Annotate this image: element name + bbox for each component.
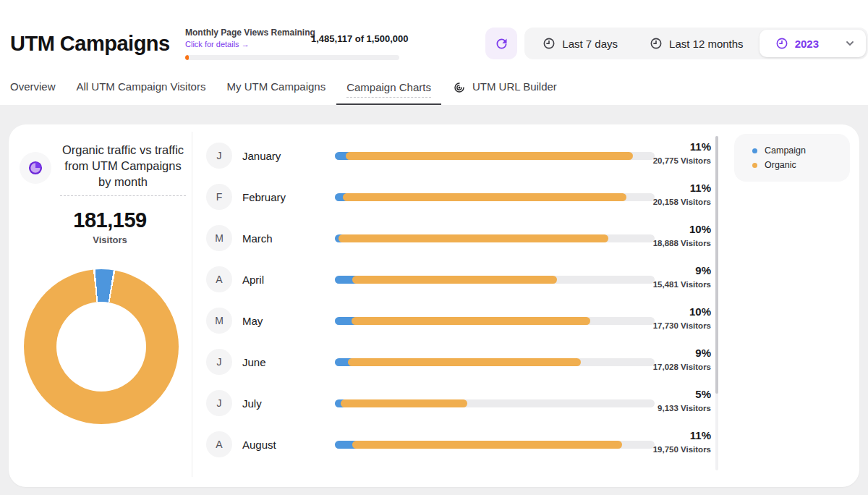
donut-chart-title: Organic traffic vs traffic from UTM Camp…: [60, 142, 186, 196]
month-label: May: [242, 300, 263, 342]
bar-track: [335, 358, 655, 366]
month-avatar-letter: J: [217, 150, 222, 161]
month-label: July: [242, 383, 262, 424]
month-avatar: J: [206, 349, 232, 375]
month-avatar: A: [206, 431, 232, 457]
month-visitors: 9,133 Visitors: [617, 402, 711, 414]
month-visitors: 20,158 Visitors: [617, 196, 711, 208]
month-avatar: F: [206, 184, 232, 210]
month-avatar-letter: J: [217, 356, 222, 368]
usage-value: 1,485,117 of 1,500,000: [311, 33, 456, 44]
pie-chart-icon: [20, 152, 51, 184]
tab-overview[interactable]: Overview: [10, 69, 56, 105]
month-row[interactable]: F February 11% 20,158 Visitors: [205, 177, 711, 218]
month-avatar-letter: M: [215, 315, 224, 326]
month-avatar-letter: A: [216, 439, 222, 450]
legend-label: Campaign: [765, 145, 806, 156]
legend-item[interactable]: Campaign: [752, 143, 850, 158]
page-title: UTM Campaigns: [10, 32, 170, 56]
bar-track: [335, 234, 655, 242]
month-row[interactable]: J January 11% 20,775 Visitors: [205, 135, 711, 177]
month-visitors: 17,028 Visitors: [617, 361, 711, 373]
month-row[interactable]: J June 9% 17,028 Visitors: [205, 342, 711, 383]
tab-utm-url-builder[interactable]: UTM URL Builder: [452, 69, 557, 105]
clock-icon: [542, 37, 556, 50]
donut-chart: [24, 269, 179, 424]
bar-organic-segment: [346, 152, 633, 160]
month-row[interactable]: M March 10% 18,888 Visitors: [205, 218, 711, 259]
total-visitors-label: Visitors: [23, 234, 197, 245]
tab-all-utm-campaign-visitors[interactable]: All UTM Campaign Visitors: [77, 69, 206, 105]
bar-track: [335, 193, 655, 201]
bar-organic-segment: [352, 441, 622, 449]
bar-track: [335, 276, 655, 284]
month-row[interactable]: M May 10% 17,730 Visitors: [205, 300, 711, 342]
month-label: March: [242, 218, 273, 259]
month-avatar: M: [206, 225, 232, 251]
month-avatar-letter: J: [217, 397, 222, 409]
usage-meter: Monthly Page Views Remaining Click for d…: [185, 28, 399, 48]
chart-scrollbar-track: [715, 136, 718, 470]
month-label: April: [242, 259, 264, 300]
month-avatar-letter: A: [216, 274, 222, 285]
refresh-button[interactable]: [485, 28, 517, 59]
clock-icon: [650, 37, 663, 50]
month-avatar: M: [206, 308, 232, 334]
month-percentage: 11%: [617, 140, 711, 153]
bar-organic-segment: [343, 193, 626, 201]
month-row[interactable]: J July 5% 9,133 Visitors: [205, 383, 711, 424]
concentric-circles-icon: [452, 80, 467, 95]
tab-my-utm-campaigns[interactable]: My UTM Campaigns: [226, 69, 326, 105]
chart-card: Organic traffic vs traffic from UTM Camp…: [9, 124, 859, 487]
bar-track: [335, 317, 655, 325]
refresh-icon: [494, 36, 509, 51]
date-range-control: Last 7 days Last 12 months 2023: [524, 28, 868, 59]
month-visitors: 15,481 Visitors: [617, 279, 711, 290]
month-row[interactable]: A August 11% 19,750 Visitors: [205, 424, 711, 465]
month-avatar: J: [206, 390, 232, 416]
range-label: 2023: [795, 38, 819, 50]
range-last-12-months-button[interactable]: Last 12 months: [634, 30, 760, 57]
month-label: January: [242, 135, 281, 177]
bar-track: [335, 441, 655, 449]
chevron-down-icon: [844, 38, 856, 49]
legend-item[interactable]: Organic: [752, 158, 850, 172]
month-percentage: 11%: [617, 428, 711, 442]
month-percentage: 10%: [617, 222, 711, 236]
month-avatar-letter: F: [216, 191, 223, 203]
range-last-7-days-button[interactable]: Last 7 days: [527, 30, 634, 57]
tab-campaign-charts[interactable]: Campaign Charts: [346, 69, 431, 105]
bar-track: [335, 152, 655, 160]
legend-label: Organic: [765, 160, 796, 170]
range-year-2023-button[interactable]: 2023: [760, 30, 866, 57]
chart-legend: Campaign Organic: [734, 134, 850, 182]
header-controls: Last 7 days Last 12 months 2023: [485, 28, 868, 59]
legend-dot: [752, 148, 757, 153]
month-visitors: 20,775 Visitors: [617, 155, 711, 166]
month-avatar: A: [206, 266, 232, 292]
range-label: Last 7 days: [562, 38, 618, 50]
month-percentage: 11%: [617, 181, 711, 195]
bar-organic-segment: [352, 317, 590, 325]
month-label: February: [242, 177, 286, 218]
usage-label: Monthly Page Views Remaining: [185, 28, 315, 38]
panel-divider: [192, 132, 192, 477]
total-visitors-value: 181,159: [23, 208, 197, 232]
range-label: Last 12 months: [669, 38, 744, 50]
app-header: UTM Campaigns Monthly Page Views Remaini…: [0, 0, 868, 69]
month-visitors: 17,730 Visitors: [617, 320, 711, 331]
bar-organic-segment: [348, 358, 581, 366]
month-list: J January 11% 20,775 Visitors F February…: [205, 135, 711, 465]
month-avatar: J: [206, 143, 232, 169]
chart-scrollbar-thumb[interactable]: [715, 136, 718, 394]
month-visitors: 18,888 Visitors: [617, 237, 711, 249]
main-content: Organic traffic vs traffic from UTM Camp…: [0, 105, 868, 495]
usage-details-link[interactable]: Click for details →: [185, 40, 315, 48]
month-label: August: [242, 424, 276, 465]
month-visitors: 19,750 Visitors: [617, 444, 711, 455]
bar-organic-segment: [352, 276, 557, 284]
usage-progress-track: [185, 55, 399, 60]
month-row[interactable]: A April 9% 15,481 Visitors: [205, 259, 711, 300]
month-percentage: 9%: [617, 263, 711, 277]
usage-progress-fill: [185, 55, 189, 60]
